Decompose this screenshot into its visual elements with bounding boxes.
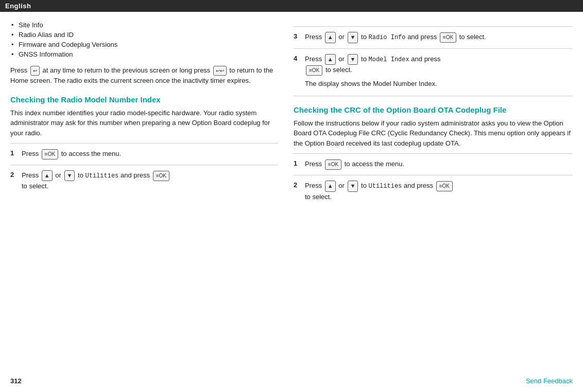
step-2-right-bottom: 2 Press ▲ or ▼ to Utilities and press ≡O…	[294, 175, 573, 207]
back-button-icon: ↩	[30, 66, 40, 76]
arrow-down-icon: ▼	[348, 54, 358, 65]
list-item: Site Info	[10, 21, 278, 29]
steps-right-top: 3 Press ▲ or ▼ to Radio Info and press ≡…	[294, 26, 573, 95]
list-item: Radio Alias and ID	[10, 31, 278, 39]
radio-info-mono: Radio Info	[369, 34, 406, 41]
step-number: 4	[294, 54, 305, 62]
step-number: 2	[294, 181, 305, 189]
list-item: Firmware and Codeplug Versions	[10, 41, 278, 48]
step-1-left: 1 Press ≡OK to access the menu.	[10, 143, 278, 165]
section2-heading: Checking the CRC of the Option Board OTA…	[294, 105, 573, 114]
model-index-mono: Model Index	[369, 56, 409, 63]
right-column: 3 Press ▲ or ▼ to Radio Info and press ≡…	[294, 21, 573, 207]
arrow-up-icon: ▲	[325, 54, 336, 65]
utilities-mono: Utilities	[85, 172, 119, 180]
press-label: Press	[10, 66, 29, 74]
steps-left: 1 Press ≡OK to access the menu. 2 Press …	[10, 143, 278, 197]
step-number: 3	[294, 32, 305, 40]
section1-heading: Checking the Radio Model Number Index	[10, 95, 278, 104]
ok-button-icon: ≡OK	[306, 65, 322, 76]
page-number: 312	[10, 377, 22, 385]
footer: 312 Send Feedback	[10, 377, 573, 385]
step-2-left: 2 Press ▲ or ▼ to Utilities and press ≡O…	[10, 165, 278, 197]
or-label: or	[338, 182, 346, 189]
steps-right-bottom: 1 Press ≡OK to access the menu. 2 Press …	[294, 153, 573, 207]
or-label: or	[338, 33, 346, 41]
step-content: Press ▲ or ▼ to Model Index and press ≡O…	[305, 54, 573, 90]
step-1-right-bottom: 1 Press ≡OK to access the menu.	[294, 153, 573, 175]
ok-button-icon: ≡OK	[436, 181, 453, 191]
step-4-right: 4 Press ▲ or ▼ to Model Index and press …	[294, 48, 573, 95]
list-item: GNSS Information	[10, 50, 278, 58]
ok-button-icon: ≡OK	[325, 159, 341, 170]
header-label: English	[5, 2, 31, 10]
step-number: 1	[294, 159, 305, 167]
ok-button-icon: ≡OK	[440, 32, 456, 43]
arrow-up-icon: ▲	[42, 170, 53, 182]
display-note: The display shows the Model Number Index…	[305, 79, 573, 90]
utilities-mono: Utilities	[369, 183, 402, 190]
bullet-list: Site Info Radio Alias and ID Firmware an…	[10, 21, 278, 58]
step-content: Press ▲ or ▼ to Utilities and press ≡OK …	[22, 170, 278, 192]
nav-instruction: Press ↩ at any time to return to the pre…	[10, 65, 278, 86]
home-button-icon: ↩↩	[213, 66, 227, 76]
arrow-down-icon: ▼	[348, 32, 358, 43]
send-feedback-link[interactable]: Send Feedback	[526, 377, 573, 385]
arrow-up-icon: ▲	[325, 32, 336, 43]
step-3-right: 3 Press ▲ or ▼ to Radio Info and press ≡…	[294, 26, 573, 48]
ok-button-icon: ≡OK	[42, 149, 58, 159]
header-bar: English	[0, 0, 583, 12]
arrow-up-icon: ▲	[325, 181, 336, 192]
ok-button-icon: ≡OK	[153, 171, 169, 181]
arrow-down-icon: ▼	[348, 181, 358, 192]
section1-body: This index number identifies your radio …	[10, 108, 278, 138]
step-content: Press ≡OK to access the menu.	[305, 159, 573, 170]
section2-body: Follow the instructions below if your ra…	[294, 118, 573, 149]
step-content: Press ▲ or ▼ to Utilities and press ≡OK …	[305, 181, 573, 202]
or-label: or	[55, 171, 63, 179]
arrow-down-icon: ▼	[64, 170, 75, 182]
or-label: or	[338, 55, 346, 63]
step-content: Press ▲ or ▼ to Radio Info and press ≡OK…	[305, 32, 573, 43]
divider	[294, 96, 573, 96]
step-content: Press ≡OK to access the menu.	[22, 149, 278, 159]
step-number: 1	[10, 149, 22, 157]
step-number: 2	[10, 170, 22, 179]
left-column: Site Info Radio Alias and ID Firmware an…	[10, 21, 278, 207]
